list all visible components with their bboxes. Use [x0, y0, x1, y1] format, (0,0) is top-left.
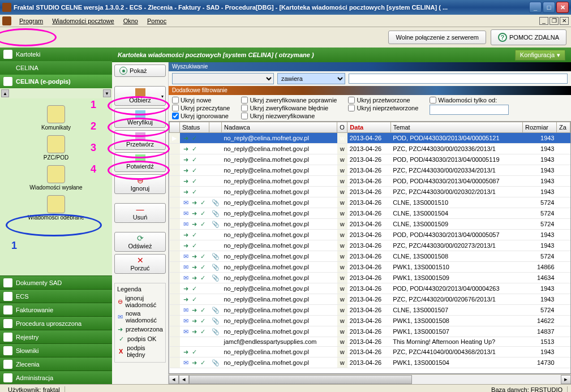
col-status[interactable]: Status — [180, 122, 209, 133]
table-row[interactable]: ➜✓no_reply@celina.mofnet.gov.plw2013-04-… — [170, 165, 570, 176]
remote-help-button[interactable]: ?POMOC ZDALNA — [491, 29, 566, 45]
menu-program[interactable]: Program — [15, 16, 48, 25]
filter-ukryj-nowe[interactable]: Ukryj nowe — [172, 97, 230, 104]
table-row[interactable]: ✉➜✓📎no_reply@celina.mofnet.gov.plw2013-0… — [170, 316, 570, 326]
menu-wiadomosci[interactable]: Wiadomości pocztowe — [48, 16, 118, 25]
sidebar-item-komunikaty[interactable]: Komunikaty — [2, 103, 110, 133]
mdi-close[interactable]: ✕ — [560, 17, 569, 25]
table-row[interactable]: ✉➜✓📎no_reply@celina.mofnet.gov.plw2013-0… — [170, 197, 570, 208]
odbierz-button[interactable]: Odbierz▾ — [114, 86, 166, 106]
scroll-track[interactable] — [189, 375, 561, 384]
filter-ukryj-zwer-blednie[interactable]: Ukryj zweryfikowane błędnie — [241, 105, 337, 111]
scroll-thumb[interactable] — [189, 375, 412, 384]
table-row[interactable]: ▶➜✓no_reply@celina.mofnet.gov.plw2013-04… — [170, 133, 570, 144]
filter-row: Ukryj nowe Ukryj przeczytane Ukryj ignor… — [169, 95, 571, 121]
sidebar-celina[interactable]: CELINA — [0, 61, 112, 75]
scroll-first[interactable]: ◂ — [169, 375, 179, 384]
cell-nadawca: no_reply@celina.mofnet.gov.pl — [222, 347, 337, 357]
pokaz-button[interactable]: Pokaż — [114, 64, 166, 77]
table-row[interactable]: ➜✓no_reply@celina.mofnet.gov.plw2013-04-… — [170, 154, 570, 165]
sidebar-dokumenty-sad[interactable]: Dokumenty SAD — [0, 275, 112, 289]
cell-nadawca: no_reply@celina.mofnet.gov.pl — [222, 154, 337, 165]
sidebar-celina-epodpis[interactable]: CELINA (e-podpis) — [0, 75, 112, 88]
cell-status: ✉➜✓ — [180, 208, 209, 219]
usun-button[interactable]: —Usuń — [114, 203, 166, 223]
ignoruj-button[interactable]: ⊖Ignoruj — [114, 174, 166, 194]
mdi-restore[interactable]: ❐ — [549, 17, 559, 25]
sidebar-ecs[interactable]: ECS — [0, 289, 112, 303]
col-data[interactable]: Data — [347, 122, 390, 133]
table-row[interactable]: ✉➜✓📎no_reply@celina.mofnet.gov.plw2013-0… — [170, 357, 570, 368]
filter-date-input[interactable] — [430, 105, 509, 115]
search-input[interactable] — [349, 74, 568, 84]
scroll-left[interactable]: ◂ — [179, 375, 189, 384]
sidebar-item-pzcpod[interactable]: PZC/POD — [2, 133, 110, 163]
table-row[interactable]: ✉➜✓📎no_reply@celina.mofnet.gov.plw2013-0… — [170, 208, 570, 219]
sidebar-item-wyslane[interactable]: Wiadomości wysłane — [2, 163, 110, 193]
sidebar-slowniki[interactable]: Słowniki — [0, 343, 112, 357]
table-row[interactable]: ➜✓no_reply@celina.mofnet.gov.plw2013-04-… — [170, 187, 570, 197]
table-row[interactable]: jamcf@endlesspartysupplies.comw2013-04-2… — [170, 337, 570, 347]
sidebar-kartoteki[interactable]: Kartoteki — [0, 48, 112, 61]
mdi-minimize[interactable]: _ — [539, 17, 548, 25]
ignore-icon: ⊖ — [117, 298, 123, 305]
przetworz-button[interactable]: Przetwórz — [114, 130, 166, 150]
table-row[interactable]: ➜✓no_reply@celina.mofnet.gov.plw2013-04-… — [170, 230, 570, 240]
filter-ukryj-nieprzetworzone[interactable]: Ukryj nieprzetworzone — [348, 105, 418, 111]
odswiez-button[interactable]: ⟳Odśwież — [114, 232, 166, 252]
filter-ukryj-zwer-poprawnie[interactable]: Ukryj zweryfikowane poprawnie — [241, 97, 337, 104]
table-row[interactable]: ✉➜✓📎no_reply@celina.mofnet.gov.plw2013-0… — [170, 219, 570, 230]
col-nadawca[interactable]: Nadawca — [222, 122, 337, 133]
sidebar-zlecenia[interactable]: Zlecenia — [0, 357, 112, 371]
col-attach[interactable] — [209, 122, 222, 133]
sidebar-rejestry[interactable]: Rejestry — [0, 330, 112, 343]
weryfikuj-button[interactable]: Weryfikuj — [114, 108, 166, 128]
search-op-select[interactable]: zawiera — [277, 73, 345, 84]
table-row[interactable]: ➜✓no_reply@celina.mofnet.gov.plw2013-04-… — [170, 144, 570, 154]
sidebar-item-odebrane[interactable]: Wiadomości odebrane — [2, 193, 110, 223]
col-o[interactable]: O — [337, 122, 347, 133]
table-row[interactable]: ✉➜✓📎no_reply@celina.mofnet.gov.plw2013-0… — [170, 326, 570, 337]
close-button[interactable]: ✕ — [556, 2, 569, 13]
porzuc-button[interactable]: ✕Porzuć — [114, 254, 166, 274]
filter-ukryj-ignorowane[interactable]: Ukryj ignorowane — [172, 113, 230, 119]
config-button[interactable]: Konfiguracja▾ — [515, 50, 565, 61]
table-row[interactable]: ➜✓no_reply@celina.mofnet.gov.plw2013-04-… — [170, 283, 570, 294]
table-row[interactable]: ✉➜✓📎no_reply@celina.mofnet.gov.plw2013-0… — [170, 251, 570, 262]
potwierdz-button[interactable]: Potwierdź — [114, 152, 166, 172]
arrow-right-icon: ➜ — [182, 295, 190, 303]
table-row[interactable]: ✉➜✓📎no_reply@celina.mofnet.gov.plw2013-0… — [170, 262, 570, 273]
menu-pomoc[interactable]: Pomoc — [143, 16, 171, 25]
cell-nadawca: no_reply@celina.mofnet.gov.pl — [222, 283, 337, 294]
top-button-row: Wolne połączenie z serwerem ?POMOC ZDALN… — [0, 27, 571, 48]
menu-okno[interactable]: Okno — [119, 16, 143, 25]
sidebar-administracja[interactable]: Administracja — [0, 371, 112, 384]
col-za[interactable]: Za — [557, 122, 570, 133]
filter-ukryj-niezwer[interactable]: Ukryj niezweryfikowane — [241, 113, 337, 119]
col-marker[interactable] — [170, 122, 180, 133]
sidebar-procedura[interactable]: Procedura uproszczona — [0, 316, 112, 330]
check-icon: ✓ — [199, 328, 207, 335]
horizontal-scrollbar[interactable]: ◂ ◂ ▸ — [169, 374, 571, 384]
table-row[interactable]: ➜✓no_reply@celina.mofnet.gov.plw2013-04-… — [170, 240, 570, 251]
table-row[interactable]: ✉➜✓📎no_reply@celina.mofnet.gov.plw2013-0… — [170, 305, 570, 316]
cell-o: w — [337, 240, 347, 251]
table-row[interactable]: ➜✓no_reply@celina.mofnet.gov.plw2013-04-… — [170, 176, 570, 187]
filter-ukryj-przetworzone[interactable]: Ukryj przetworzone — [348, 97, 418, 104]
sidebar-fakturowanie[interactable]: Fakturowanie — [0, 303, 112, 316]
table-row[interactable]: ✉➜✓📎no_reply@celina.mofnet.gov.plw2013-0… — [170, 273, 570, 283]
filter-wiadomosci-od[interactable]: Wiadomości tylko od: — [430, 97, 509, 104]
message-table-wrap[interactable]: Status Nadawca O Data Temat Rozmiar Za ▶… — [169, 121, 571, 374]
search-field-select[interactable] — [172, 73, 274, 84]
col-temat[interactable]: Temat — [390, 122, 522, 133]
scroll-right[interactable]: ▸ — [561, 375, 571, 384]
sidebar-up-button[interactable]: ▲ — [1, 89, 9, 97]
minimize-button[interactable]: _ — [529, 2, 542, 13]
table-row[interactable]: ➜✓no_reply@celina.mofnet.gov.plw2013-04-… — [170, 294, 570, 305]
maximize-button[interactable]: □ — [543, 2, 555, 13]
table-row[interactable]: ➜✓no_reply@celina.mofnet.gov.plw2013-04-… — [170, 347, 570, 357]
connection-button[interactable]: Wolne połączenie z serwerem — [388, 31, 486, 44]
sidebar-down-button[interactable]: ▼ — [103, 89, 111, 97]
filter-ukryj-przeczytane[interactable]: Ukryj przeczytane — [172, 105, 230, 111]
col-rozmiar[interactable]: Rozmiar — [523, 122, 557, 133]
